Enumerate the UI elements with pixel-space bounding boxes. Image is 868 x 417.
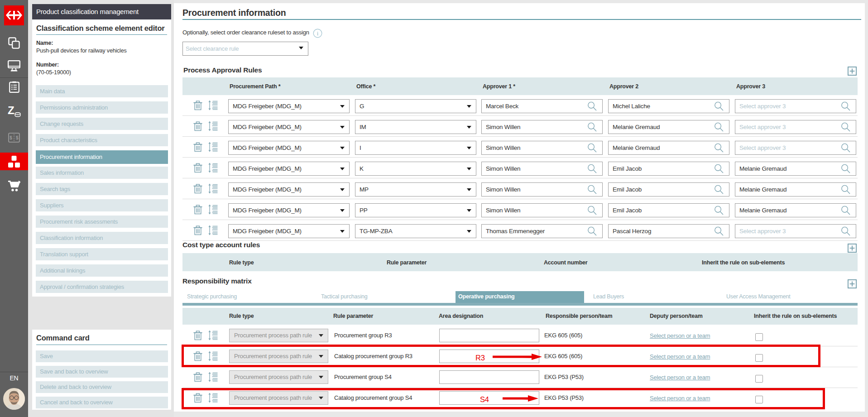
svg-text:$: $ — [16, 135, 19, 140]
svg-text:$: $ — [10, 135, 12, 140]
svg-text:i: i — [317, 30, 319, 37]
